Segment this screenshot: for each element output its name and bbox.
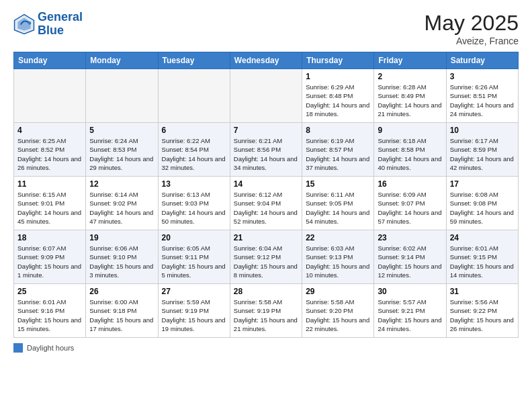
day-info: Sunrise: 6:29 AM Sunset: 8:48 PM Dayligh… xyxy=(306,83,370,118)
calendar-cell: 24Sunrise: 6:01 AM Sunset: 9:15 PM Dayli… xyxy=(446,230,518,284)
calendar-cell: 16Sunrise: 6:09 AM Sunset: 9:07 PM Dayli… xyxy=(374,177,446,230)
day-info: Sunrise: 6:07 AM Sunset: 9:09 PM Dayligh… xyxy=(17,244,82,279)
day-number: 7 xyxy=(234,126,298,135)
day-info: Sunrise: 5:58 AM Sunset: 9:19 PM Dayligh… xyxy=(234,298,298,333)
calendar-cell xyxy=(86,69,158,123)
dow-tuesday: Tuesday xyxy=(158,52,230,69)
calendar-cell: 2Sunrise: 6:28 AM Sunset: 8:49 PM Daylig… xyxy=(374,69,446,123)
day-number: 11 xyxy=(17,179,82,189)
week-row-1: 4Sunrise: 6:25 AM Sunset: 8:52 PM Daylig… xyxy=(14,123,519,177)
dow-sunday: Sunday xyxy=(14,52,86,69)
day-number: 10 xyxy=(450,126,515,135)
location: Aveize, France xyxy=(424,36,519,46)
day-number: 15 xyxy=(306,179,370,189)
calendar-cell: 17Sunrise: 6:08 AM Sunset: 9:08 PM Dayli… xyxy=(446,177,518,230)
day-number: 9 xyxy=(378,126,442,135)
day-info: Sunrise: 6:24 AM Sunset: 8:53 PM Dayligh… xyxy=(89,136,154,172)
day-number: 22 xyxy=(306,233,370,242)
dow-wednesday: Wednesday xyxy=(230,52,302,69)
month-title: May 2025 xyxy=(424,11,519,36)
calendar-cell: 19Sunrise: 6:06 AM Sunset: 9:10 PM Dayli… xyxy=(86,230,158,284)
calendar-cell: 3Sunrise: 6:26 AM Sunset: 8:51 PM Daylig… xyxy=(446,69,518,123)
day-number: 31 xyxy=(450,287,515,296)
day-number: 26 xyxy=(89,287,154,296)
day-info: Sunrise: 6:22 AM Sunset: 8:54 PM Dayligh… xyxy=(162,136,226,172)
calendar-cell: 18Sunrise: 6:07 AM Sunset: 9:09 PM Dayli… xyxy=(14,230,86,284)
calendar-cell: 6Sunrise: 6:22 AM Sunset: 8:54 PM Daylig… xyxy=(158,123,230,177)
day-number: 29 xyxy=(306,287,370,296)
day-info: Sunrise: 6:25 AM Sunset: 8:52 PM Dayligh… xyxy=(17,136,82,172)
calendar-body: 1Sunrise: 6:29 AM Sunset: 8:48 PM Daylig… xyxy=(14,69,519,338)
legend-label: Daylight hours xyxy=(27,344,74,352)
day-info: Sunrise: 6:17 AM Sunset: 8:59 PM Dayligh… xyxy=(450,136,515,172)
calendar: SundayMondayTuesdayWednesdayThursdayFrid… xyxy=(13,52,519,338)
calendar-cell: 28Sunrise: 5:58 AM Sunset: 9:19 PM Dayli… xyxy=(230,284,302,338)
day-info: Sunrise: 5:56 AM Sunset: 9:22 PM Dayligh… xyxy=(450,298,515,333)
day-info: Sunrise: 6:08 AM Sunset: 9:08 PM Dayligh… xyxy=(450,190,515,226)
day-info: Sunrise: 5:58 AM Sunset: 9:20 PM Dayligh… xyxy=(306,298,370,333)
calendar-cell: 27Sunrise: 5:59 AM Sunset: 9:19 PM Dayli… xyxy=(158,284,230,338)
day-info: Sunrise: 6:21 AM Sunset: 8:56 PM Dayligh… xyxy=(234,136,298,172)
day-number: 23 xyxy=(378,233,442,242)
calendar-cell: 21Sunrise: 6:04 AM Sunset: 9:12 PM Dayli… xyxy=(230,230,302,284)
week-row-2: 11Sunrise: 6:15 AM Sunset: 9:01 PM Dayli… xyxy=(14,177,519,230)
calendar-cell: 26Sunrise: 6:00 AM Sunset: 9:18 PM Dayli… xyxy=(86,284,158,338)
calendar-cell: 9Sunrise: 6:18 AM Sunset: 8:58 PM Daylig… xyxy=(374,123,446,177)
day-number: 2 xyxy=(378,72,442,81)
day-number: 21 xyxy=(234,233,298,242)
calendar-cell: 11Sunrise: 6:15 AM Sunset: 9:01 PM Dayli… xyxy=(14,177,86,230)
calendar-cell: 8Sunrise: 6:19 AM Sunset: 8:57 PM Daylig… xyxy=(302,123,374,177)
dow-thursday: Thursday xyxy=(302,52,374,69)
week-row-4: 25Sunrise: 6:01 AM Sunset: 9:16 PM Dayli… xyxy=(14,284,519,338)
calendar-cell: 30Sunrise: 5:57 AM Sunset: 9:21 PM Dayli… xyxy=(374,284,446,338)
calendar-cell: 10Sunrise: 6:17 AM Sunset: 8:59 PM Dayli… xyxy=(446,123,518,177)
day-number: 27 xyxy=(162,287,226,296)
title-block: May 2025 Aveize, France xyxy=(424,11,519,46)
calendar-cell xyxy=(14,69,86,123)
calendar-cell: 23Sunrise: 6:02 AM Sunset: 9:14 PM Dayli… xyxy=(374,230,446,284)
calendar-cell: 29Sunrise: 5:58 AM Sunset: 9:20 PM Dayli… xyxy=(302,284,374,338)
day-info: Sunrise: 6:15 AM Sunset: 9:01 PM Dayligh… xyxy=(17,190,82,226)
day-info: Sunrise: 5:57 AM Sunset: 9:21 PM Dayligh… xyxy=(378,298,442,333)
calendar-cell: 7Sunrise: 6:21 AM Sunset: 8:56 PM Daylig… xyxy=(230,123,302,177)
calendar-cell: 14Sunrise: 6:12 AM Sunset: 9:04 PM Dayli… xyxy=(230,177,302,230)
day-info: Sunrise: 6:14 AM Sunset: 9:02 PM Dayligh… xyxy=(89,190,154,226)
calendar-cell: 25Sunrise: 6:01 AM Sunset: 9:16 PM Dayli… xyxy=(14,284,86,338)
calendar-cell xyxy=(230,69,302,123)
day-info: Sunrise: 5:59 AM Sunset: 9:19 PM Dayligh… xyxy=(162,298,226,333)
day-info: Sunrise: 6:04 AM Sunset: 9:12 PM Dayligh… xyxy=(234,244,298,279)
day-info: Sunrise: 6:09 AM Sunset: 9:07 PM Dayligh… xyxy=(378,190,442,226)
day-info: Sunrise: 6:28 AM Sunset: 8:49 PM Dayligh… xyxy=(378,83,442,118)
page: GeneralBlue May 2025 Aveize, France Sund… xyxy=(0,0,532,411)
day-info: Sunrise: 6:11 AM Sunset: 9:05 PM Dayligh… xyxy=(306,190,370,226)
calendar-cell: 22Sunrise: 6:03 AM Sunset: 9:13 PM Dayli… xyxy=(302,230,374,284)
calendar-cell: 31Sunrise: 5:56 AM Sunset: 9:22 PM Dayli… xyxy=(446,284,518,338)
day-number: 4 xyxy=(17,126,82,135)
day-number: 3 xyxy=(450,72,515,81)
calendar-cell: 4Sunrise: 6:25 AM Sunset: 8:52 PM Daylig… xyxy=(14,123,86,177)
day-info: Sunrise: 6:19 AM Sunset: 8:57 PM Dayligh… xyxy=(306,136,370,172)
logo-text: GeneralBlue xyxy=(38,11,83,38)
calendar-cell: 1Sunrise: 6:29 AM Sunset: 8:48 PM Daylig… xyxy=(302,69,374,123)
day-info: Sunrise: 6:03 AM Sunset: 9:13 PM Dayligh… xyxy=(306,244,370,279)
day-number: 1 xyxy=(306,72,370,81)
day-number: 30 xyxy=(378,287,442,296)
day-info: Sunrise: 6:02 AM Sunset: 9:14 PM Dayligh… xyxy=(378,244,442,279)
week-row-3: 18Sunrise: 6:07 AM Sunset: 9:09 PM Dayli… xyxy=(14,230,519,284)
logo-icon xyxy=(13,13,35,35)
day-info: Sunrise: 6:13 AM Sunset: 9:03 PM Dayligh… xyxy=(162,190,226,226)
day-info: Sunrise: 6:01 AM Sunset: 9:16 PM Dayligh… xyxy=(17,298,82,333)
day-number: 19 xyxy=(89,233,154,242)
week-row-0: 1Sunrise: 6:29 AM Sunset: 8:48 PM Daylig… xyxy=(14,69,519,123)
day-number: 12 xyxy=(89,179,154,189)
day-number: 16 xyxy=(378,179,442,189)
svg-point-3 xyxy=(28,21,32,25)
dow-saturday: Saturday xyxy=(446,52,518,69)
calendar-cell: 15Sunrise: 6:11 AM Sunset: 9:05 PM Dayli… xyxy=(302,177,374,230)
day-number: 28 xyxy=(234,287,298,296)
day-number: 20 xyxy=(162,233,226,242)
day-number: 25 xyxy=(17,287,82,296)
day-info: Sunrise: 6:01 AM Sunset: 9:15 PM Dayligh… xyxy=(450,244,515,279)
legend-box xyxy=(13,343,23,353)
calendar-cell: 12Sunrise: 6:14 AM Sunset: 9:02 PM Dayli… xyxy=(86,177,158,230)
